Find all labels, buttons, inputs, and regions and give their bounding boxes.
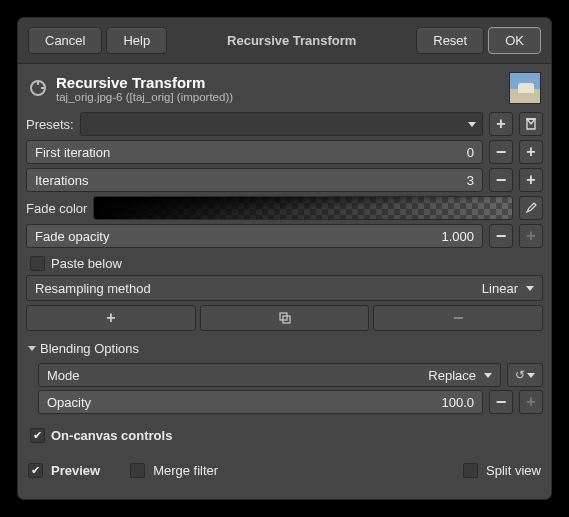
fade-color-label: Fade color [26, 201, 87, 216]
iterations-row: Iterations 3 − + [26, 168, 543, 192]
iterations-increment[interactable]: + [519, 168, 543, 192]
fade-color-row: Fade color [26, 196, 543, 220]
preset-manage-button[interactable] [519, 112, 543, 136]
preview-checkbox[interactable] [28, 463, 43, 478]
transform-remove-button[interactable]: − [373, 305, 543, 331]
chevron-down-icon [28, 346, 36, 351]
dialog-title-label: Recursive Transform [219, 27, 364, 54]
first-iteration-row: First iteration 0 − + [26, 140, 543, 164]
minus-icon: − [453, 309, 464, 327]
on-canvas-label: On-canvas controls [51, 428, 172, 443]
filter-title: Recursive Transform [56, 74, 233, 91]
minus-icon: − [496, 227, 507, 245]
iterations-field[interactable]: Iterations 3 [26, 168, 483, 192]
preset-add-button[interactable]: + [489, 112, 513, 136]
paste-below-label: Paste below [51, 256, 122, 271]
fade-opacity-row: Fade opacity 1.000 − + [26, 224, 543, 248]
fade-color-button[interactable] [93, 196, 513, 220]
mode-dropdown[interactable]: Mode Replace [38, 363, 501, 387]
first-iteration-value: 0 [467, 145, 474, 160]
dialog: Cancel Help Recursive Transform Reset OK… [17, 17, 552, 500]
first-iteration-decrement[interactable]: − [489, 140, 513, 164]
on-canvas-row: On-canvas controls [26, 424, 543, 447]
opacity-increment[interactable]: + [519, 390, 543, 414]
transform-duplicate-button[interactable] [200, 305, 370, 331]
presets-row: Presets: + [26, 112, 543, 136]
split-view-label: Split view [486, 463, 541, 478]
ok-button[interactable]: OK [488, 27, 541, 54]
opacity-value: 100.0 [441, 395, 474, 410]
minus-icon: − [496, 171, 507, 189]
color-picker-button[interactable] [519, 196, 543, 220]
minus-icon: − [496, 393, 507, 411]
plus-icon: + [526, 172, 535, 188]
presets-dropdown[interactable] [80, 112, 483, 136]
paste-below-row: Paste below [26, 252, 543, 275]
iterations-value: 3 [467, 173, 474, 188]
presets-label: Presets: [26, 117, 74, 132]
fade-opacity-value: 1.000 [441, 229, 474, 244]
top-button-bar: Cancel Help Recursive Transform Reset OK [18, 18, 551, 64]
minus-icon: − [496, 143, 507, 161]
resampling-value: Linear [482, 281, 518, 296]
header-text: Recursive Transform taj_orig.jpg-6 ([taj… [56, 74, 233, 103]
help-button[interactable]: Help [106, 27, 167, 54]
gegl-icon [28, 78, 48, 98]
preview-label: Preview [51, 463, 100, 478]
opacity-label: Opacity [47, 395, 91, 410]
resampling-dropdown[interactable]: Resampling method Linear [26, 275, 543, 301]
transform-button-strip: + − [26, 305, 543, 331]
plus-icon: + [526, 394, 535, 410]
reset-button[interactable]: Reset [416, 27, 484, 54]
header: Recursive Transform taj_orig.jpg-6 ([taj… [18, 64, 551, 108]
plus-icon: + [496, 116, 505, 132]
merge-filter-label: Merge filter [153, 463, 218, 478]
first-iteration-increment[interactable]: + [519, 140, 543, 164]
transform-add-button[interactable]: + [26, 305, 196, 331]
chevron-down-icon [526, 286, 534, 291]
thumbnail [509, 72, 541, 104]
opacity-decrement[interactable]: − [489, 390, 513, 414]
fade-opacity-decrement[interactable]: − [489, 224, 513, 248]
fade-opacity-increment[interactable]: + [519, 224, 543, 248]
paste-below-checkbox[interactable] [30, 256, 45, 271]
svg-marker-2 [527, 119, 535, 124]
eyedropper-icon [524, 201, 538, 215]
split-view-checkbox[interactable] [463, 463, 478, 478]
mode-value: Replace [428, 368, 476, 383]
mode-row: Mode Replace ↺ [38, 363, 543, 387]
merge-filter-checkbox[interactable] [130, 463, 145, 478]
content: Presets: + First iteration 0 − + Iterati… [18, 108, 551, 482]
chevron-down-icon [468, 122, 476, 127]
iterations-decrement[interactable]: − [489, 168, 513, 192]
mode-label: Mode [47, 368, 80, 383]
fade-opacity-field[interactable]: Fade opacity 1.000 [26, 224, 483, 248]
blending-options-disclosure[interactable]: Blending Options [26, 335, 543, 360]
plus-icon: + [526, 144, 535, 160]
on-canvas-checkbox[interactable] [30, 428, 45, 443]
reset-icon: ↺ [515, 368, 525, 382]
first-iteration-label: First iteration [35, 145, 110, 160]
fade-opacity-label: Fade opacity [35, 229, 109, 244]
first-iteration-field[interactable]: First iteration 0 [26, 140, 483, 164]
opacity-row: Opacity 100.0 − + [38, 390, 543, 414]
chevron-down-icon [527, 373, 535, 378]
filter-subtitle: taj_orig.jpg-6 ([taj_orig] (imported)) [56, 91, 233, 103]
manage-icon [524, 117, 538, 131]
cancel-button[interactable]: Cancel [28, 27, 102, 54]
plus-icon: + [106, 310, 115, 326]
blending-options-label: Blending Options [40, 341, 139, 356]
chevron-down-icon [484, 373, 492, 378]
footer-row: Preview Merge filter Split view [26, 457, 543, 478]
opacity-field[interactable]: Opacity 100.0 [38, 390, 483, 414]
duplicate-icon [278, 311, 292, 325]
iterations-label: Iterations [35, 173, 88, 188]
mode-reset-button[interactable]: ↺ [507, 363, 543, 387]
plus-icon: + [526, 228, 535, 244]
resampling-label: Resampling method [35, 281, 151, 296]
